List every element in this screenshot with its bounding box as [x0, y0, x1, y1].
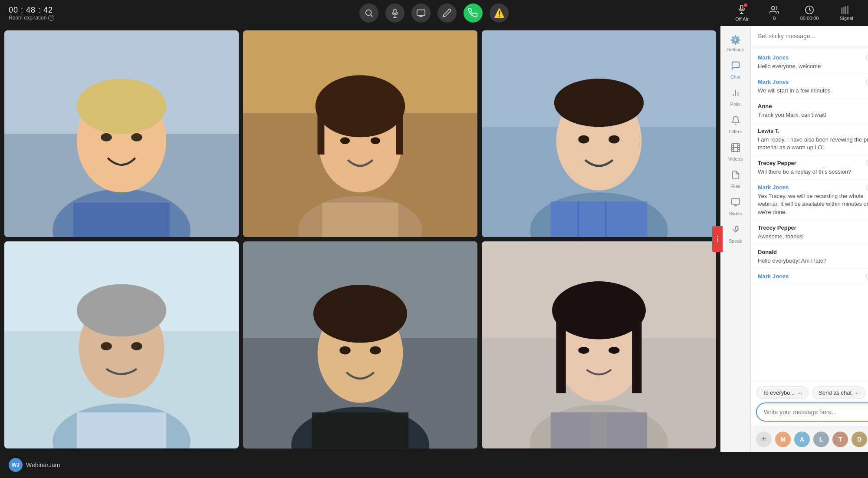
room-expiration[interactable]: Room expiration ?: [9, 15, 54, 21]
mic-status-icon: [737, 4, 746, 16]
timer-status[interactable]: 00:00:00: [800, 5, 819, 21]
timer-display: 00 : 48 : 42: [9, 6, 53, 15]
avatar-circle: L: [813, 432, 829, 447]
svg-point-28: [340, 137, 350, 144]
message-select-checkbox[interactable]: [866, 54, 868, 62]
svg-point-65: [608, 347, 619, 354]
message-text: Will there be a replay of this session?: [758, 168, 868, 176]
svg-rect-26: [318, 99, 325, 155]
logo-icon: WJ: [9, 458, 23, 472]
slides-icon: [731, 198, 740, 209]
offers-label: Offers: [729, 129, 742, 134]
message-header: Mark Jones ⋮: [758, 53, 868, 62]
sticky-message-input[interactable]: [758, 33, 868, 40]
message-text: Thank you Mark, can't wait!: [758, 111, 868, 119]
participant-avatar[interactable]: M: [775, 432, 791, 447]
message-item: Mark Jones ⋮ Yes Tracey, we will be reco…: [751, 180, 868, 220]
message-select-checkbox[interactable]: [866, 273, 868, 280]
chat-icon: [731, 61, 740, 73]
recipient-selector[interactable]: To everybo... ···: [756, 386, 809, 399]
message-author: Donald: [758, 249, 777, 255]
message-select-checkbox[interactable]: [866, 184, 868, 191]
avatar-circle: T: [832, 432, 848, 447]
svg-point-18: [101, 133, 112, 142]
message-text: Awesome, thanks!: [758, 233, 868, 241]
svg-point-37: [608, 135, 619, 143]
participant-avatar[interactable]: D: [852, 432, 867, 447]
settings-label: Settings: [727, 47, 744, 52]
svg-point-53: [313, 285, 407, 343]
svg-point-17: [77, 79, 166, 134]
sidebar-item-polls[interactable]: Polls: [720, 84, 751, 111]
chat-message-input[interactable]: [764, 409, 868, 415]
video-placeholder-4: [4, 241, 239, 448]
video-placeholder-5: [243, 241, 477, 448]
screen-button[interactable]: [411, 3, 431, 23]
svg-rect-5: [417, 10, 425, 16]
sidebar-item-files[interactable]: Files: [720, 166, 751, 193]
svg-point-45: [77, 284, 166, 337]
main-content: ⋮ ⚙️ Settings Chat: [0, 26, 868, 452]
side-menu-icon: ⋮: [714, 235, 721, 243]
mic-button[interactable]: [385, 3, 404, 23]
participant-avatar[interactable]: A: [794, 432, 810, 447]
message-select-checkbox[interactable]: [866, 159, 868, 167]
messages-list: Mark Jones ⋮ Hello everyone, welcome Mar…: [751, 46, 868, 382]
message-author: Mark Jones: [758, 273, 789, 280]
chat-panel: ⋮ Mark Jones ⋮ Hello everyone, wel: [751, 26, 868, 452]
sidebar-item-settings[interactable]: ⚙️ Settings: [720, 30, 751, 56]
svg-rect-48: [77, 412, 166, 448]
svg-rect-27: [396, 99, 403, 155]
svg-point-61: [552, 282, 646, 340]
message-author: Anne: [758, 103, 772, 109]
timer-section: 00 : 48 : 42 Room expiration ?: [9, 6, 54, 21]
send-as-chat-button[interactable]: Send as chat ···: [812, 386, 865, 399]
sidebar-item-offers[interactable]: Offers: [720, 111, 751, 138]
search-button[interactable]: [359, 3, 378, 23]
message-item: Donald ⋮ Hello everybody! Am I late?: [751, 244, 868, 269]
svg-point-55: [370, 346, 381, 355]
message-actions: ⋮: [866, 183, 868, 191]
svg-line-1: [371, 15, 372, 16]
message-text: Hello everyone, welcome: [758, 63, 868, 70]
chat-input-area: ➤: [756, 402, 868, 422]
message-item: Trecey Pepper ⋮ Will there be a replay o…: [751, 155, 868, 180]
message-select-checkbox[interactable]: [866, 78, 868, 86]
svg-rect-56: [312, 412, 408, 448]
video-placeholder-2: [243, 30, 477, 237]
message-item: Mark Jones ⋮ Hello everyone, welcome: [751, 50, 868, 74]
message-text: I am ready. I have also been revewing th…: [758, 136, 868, 152]
chat-footer: To everybo... ··· Send as chat ··· ➤: [751, 382, 868, 426]
video-placeholder-3: [482, 30, 716, 237]
participant-avatar[interactable]: L: [813, 432, 829, 447]
message-text: We will start in a few minutes: [758, 87, 868, 95]
message-header: Lewis T. ⋮: [758, 127, 868, 135]
warning-button[interactable]: ⚠️: [490, 3, 509, 23]
sidebar-item-chat[interactable]: Chat: [720, 56, 751, 84]
message-text: Yes Tracey, we will be recording the who…: [758, 192, 868, 216]
message-author: Trecey Pepper: [758, 224, 796, 231]
svg-rect-30: [322, 203, 398, 237]
message-item: Mark Jones ⋮: [751, 269, 868, 284]
help-icon[interactable]: ?: [48, 15, 54, 21]
call-button[interactable]: [464, 3, 483, 23]
participant-count-status[interactable]: 0: [769, 5, 779, 21]
signal-status[interactable]: Signal: [840, 5, 853, 21]
side-menu-button[interactable]: ⋮: [712, 226, 723, 252]
svg-rect-20: [73, 203, 170, 237]
message-author: Lewis T.: [758, 128, 779, 134]
add-participant-button[interactable]: +: [756, 432, 772, 447]
videos-icon: [731, 143, 740, 155]
svg-point-11: [772, 7, 775, 10]
svg-point-64: [578, 347, 589, 354]
pen-button[interactable]: [437, 3, 457, 23]
videos-label: Videos: [728, 156, 743, 162]
sidebar-item-slides[interactable]: Slides: [720, 193, 751, 221]
room-expiration-label: Room expiration: [9, 15, 46, 21]
svg-point-54: [339, 346, 350, 355]
off-air-status[interactable]: Off Air: [735, 4, 748, 22]
message-header: Mark Jones ⋮: [758, 183, 868, 191]
participant-avatar[interactable]: T: [832, 432, 848, 447]
sidebar-item-videos[interactable]: Videos: [720, 138, 751, 166]
sidebar-item-speak[interactable]: Speak: [720, 221, 751, 248]
